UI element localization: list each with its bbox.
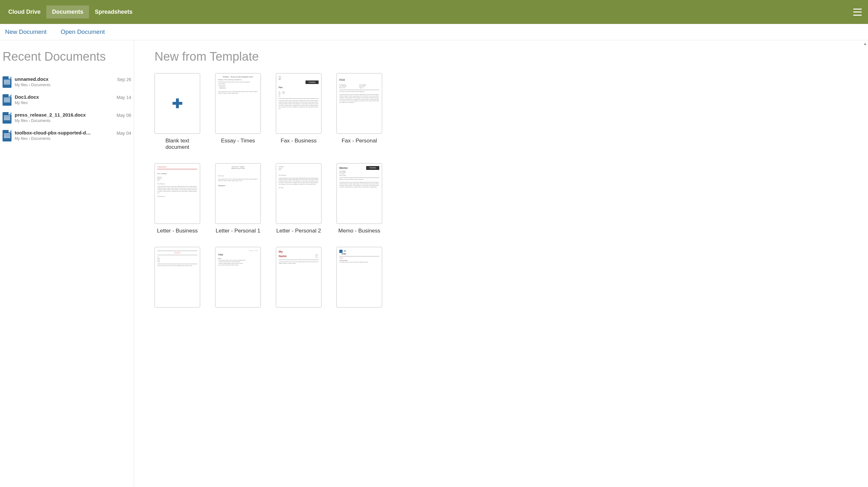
- recent-doc-item[interactable]: press_release_2_11_2016.docx My files › …: [3, 109, 131, 127]
- hamburger-menu-icon[interactable]: [853, 9, 862, 16]
- recent-doc-item[interactable]: toolbox-cloud-pbx-supported-d… My files …: [3, 127, 131, 145]
- template-thumbnail: January 1, 2017 Title Notes:• Lorem ipsu…: [215, 247, 261, 307]
- template-thumbnail: ✚: [155, 73, 200, 134]
- doc-path: My files: [15, 100, 113, 105]
- template-thumbnail: To:From:Date:Time: Lorem ipsum dolor sit…: [155, 247, 200, 307]
- template-thumbnail: S E N D E R N A M E 123 Main Street, Cit…: [215, 163, 261, 224]
- document-icon: [3, 94, 11, 106]
- template-thumbnail: Company Name Date: mm/dd/yyyy RecipientA…: [155, 163, 200, 224]
- template-grid: ✚ Blank text document Heading 1 — Essay …: [155, 73, 862, 311]
- template-thumbnail: MyName addressphoneemail Lorem ipsum dol…: [276, 247, 321, 307]
- template-my-name-blue[interactable]: MY NAME Contact #1 Recent Role Lorem ips…: [337, 247, 382, 311]
- doc-path: My files › Documents: [15, 119, 113, 123]
- template-thumbnail: MY NAME Contact #1 Recent Role Lorem ips…: [337, 247, 382, 307]
- new-document-link[interactable]: New Document: [3, 28, 49, 35]
- doc-name: unnamed.docx: [15, 76, 94, 82]
- document-icon: [3, 112, 11, 124]
- doc-path: My files › Documents: [15, 136, 113, 141]
- doc-info: press_release_2_11_2016.docx My files › …: [15, 112, 113, 123]
- template-thumbnail: Memo Company To: RecipientFrom: SenderCC…: [337, 163, 382, 224]
- template-thumbnail: loremipsumdolor Company Fax To: From:Fax…: [276, 73, 321, 134]
- template-fax-business[interactable]: loremipsumdolor Company Fax To: From:Fax…: [276, 73, 321, 150]
- template-label: Letter - Personal 2: [276, 228, 321, 234]
- tab-spreadsheets[interactable]: Spreadsheets: [89, 5, 138, 19]
- doc-info: toolbox-cloud-pbx-supported-d… My files …: [15, 130, 113, 141]
- template-thumbnail: Heading 1 — Essay in ja make paragraphs …: [215, 73, 261, 134]
- template-blank[interactable]: ✚ Blank text document: [155, 73, 200, 150]
- template-label: Fax - Business: [276, 138, 321, 144]
- template-letter-personal-1[interactable]: S E N D E R N A M E 123 Main Street, Cit…: [215, 163, 261, 234]
- template-essay-times[interactable]: Heading 1 — Essay in ja make paragraphs …: [215, 73, 261, 150]
- template-memo-business[interactable]: Memo Company To: RecipientFrom: SenderCC…: [337, 163, 382, 234]
- content-area: Recent Documents unnamed.docx My files ›…: [0, 40, 868, 486]
- document-icon: [3, 76, 11, 88]
- template-thumbnail: 123 StreetCity STDate Dear Recipient, Lo…: [276, 163, 321, 224]
- document-icon: [3, 130, 11, 142]
- recent-documents-sidebar: Recent Documents unnamed.docx My files ›…: [0, 40, 134, 486]
- template-thumbnail: FAX To: RecipientFax: 555-1234Phone: 555…: [337, 73, 382, 134]
- template-letter-business[interactable]: Company Name Date: mm/dd/yyyy RecipientA…: [155, 163, 200, 234]
- template-generic[interactable]: To:From:Date:Time: Lorem ipsum dolor sit…: [155, 247, 200, 311]
- doc-path: My files › Documents: [15, 83, 114, 87]
- template-label: Memo - Business: [337, 228, 382, 234]
- doc-name: press_release_2_11_2016.docx: [15, 112, 94, 118]
- doc-info: unnamed.docx My files › Documents: [15, 76, 114, 87]
- doc-date: Sep 26: [117, 77, 131, 82]
- template-label: Fax - Personal: [337, 138, 382, 144]
- template-panel: New from Template ✚ Blank text document …: [134, 40, 868, 486]
- header-bar: Cloud Drive Documents Spreadsheets: [0, 0, 868, 24]
- template-my-name[interactable]: MyName addressphoneemail Lorem ipsum dol…: [276, 247, 321, 311]
- doc-date: May 14: [117, 95, 131, 100]
- recent-documents-title: Recent Documents: [3, 50, 131, 64]
- tab-documents[interactable]: Documents: [46, 5, 89, 19]
- doc-info: Doc1.docx My files: [15, 94, 113, 105]
- plus-icon: ✚: [172, 97, 183, 110]
- template-title-doc[interactable]: January 1, 2017 Title Notes:• Lorem ipsu…: [215, 247, 261, 311]
- tab-cloud-drive[interactable]: Cloud Drive: [3, 5, 46, 19]
- nav-tabs: Cloud Drive Documents Spreadsheets: [3, 5, 138, 19]
- new-from-template-title: New from Template: [155, 50, 862, 64]
- open-document-link[interactable]: Open Document: [59, 28, 106, 35]
- template-label: Essay - Times: [215, 138, 261, 144]
- doc-name: toolbox-cloud-pbx-supported-d…: [15, 130, 94, 135]
- action-bar: New Document Open Document: [0, 24, 868, 40]
- template-label: Blank text document: [155, 138, 200, 150]
- template-fax-personal[interactable]: FAX To: RecipientFax: 555-1234Phone: 555…: [337, 73, 382, 150]
- doc-date: May 06: [117, 113, 131, 118]
- doc-name: Doc1.docx: [15, 94, 94, 100]
- scrollbar-up-arrow-icon[interactable]: ▲: [863, 41, 867, 46]
- recent-doc-item[interactable]: Doc1.docx My files May 14: [3, 91, 131, 109]
- template-label: Letter - Personal 1: [215, 228, 261, 234]
- template-label: Letter - Business: [155, 228, 200, 234]
- template-letter-personal-2[interactable]: 123 StreetCity STDate Dear Recipient, Lo…: [276, 163, 321, 234]
- recent-doc-item[interactable]: unnamed.docx My files › Documents Sep 26: [3, 73, 131, 91]
- doc-date: May 04: [117, 131, 131, 136]
